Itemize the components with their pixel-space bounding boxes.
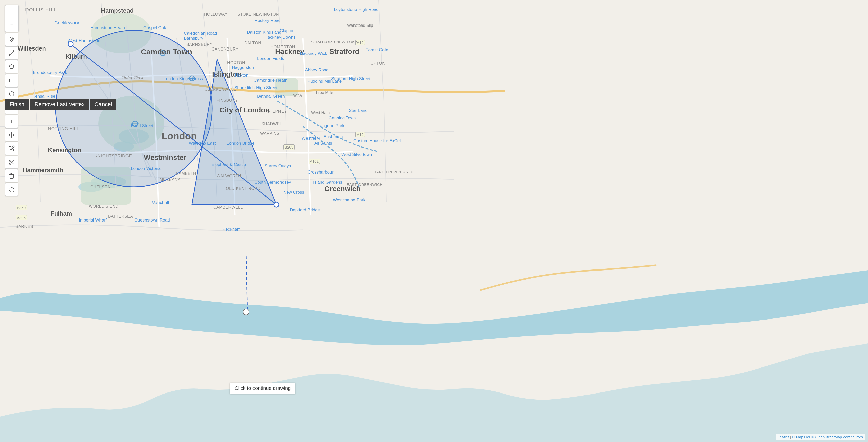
map-label-star-lane: Star Lane: [349, 108, 368, 113]
map-label-city-of-london: City of London: [220, 106, 270, 114]
map-label-fulham: Fulham: [51, 210, 72, 217]
map-label-custom-house: Custom House for ExCeL: [353, 139, 402, 144]
leaflet-link[interactable]: Leaflet: [778, 435, 789, 439]
map-label-notting-hill: NOTTING HILL: [48, 126, 79, 131]
remove-last-vertex-button[interactable]: Remove Last Vertex: [30, 98, 89, 110]
map-label-imperial-wharf: Imperial Wharf: [79, 218, 107, 223]
map-label-worlds-end: WORLD'S END: [89, 204, 118, 209]
map-label-a102: A102: [309, 158, 320, 164]
map-label-island-gardens: Island Gardens: [313, 180, 342, 185]
svg-text:T: T: [10, 119, 12, 124]
leaflet-attribution: Leaflet | © MapTiler © OpenStreetMap con…: [778, 435, 863, 439]
rotate-tool-button[interactable]: [5, 183, 18, 196]
svg-line-41: [10, 161, 11, 162]
map-label-westcombe-park: Westcombe Park: [333, 198, 365, 203]
map-label-wanstead: Wanstead Slip: [347, 23, 373, 28]
map-label-cricklewood: Cricklewood: [54, 20, 80, 26]
map-label-camden-town: Camden Town: [141, 48, 192, 56]
map-label-london: London: [162, 131, 197, 142]
map-label-east-greenwich: EAST GREENWICH: [347, 182, 383, 187]
svg-line-40: [12, 163, 13, 164]
map-label-all-saints: All Saints: [314, 141, 332, 146]
drawing-actions: Finish Remove Last Vertex Cancel: [5, 98, 116, 110]
map-label-knightsbridge: KNIGHTSBRIDGE: [95, 153, 132, 158]
map-label-surrey-quays: Surrey Quays: [265, 164, 291, 169]
text-tool-button[interactable]: T: [5, 115, 18, 128]
map-label-battersea: BATTERSEA: [108, 214, 133, 219]
svg-point-21: [243, 309, 249, 315]
map-label-west-silvertown: West Silvertown: [341, 152, 372, 157]
map-label-abbey-road: Abbey Road: [305, 68, 329, 73]
rectangle-tool-button[interactable]: [5, 74, 18, 87]
map-label-east-india: East India: [324, 135, 343, 140]
map-label-crossharbour: Crossharbour: [308, 170, 334, 175]
svg-rect-27: [9, 79, 14, 82]
map-label-shoreditch: Shoreditch High Street: [234, 85, 277, 90]
osm-link[interactable]: © OpenStreetMap contributors: [811, 435, 863, 439]
map-label-haggerston: Haggerston: [232, 65, 254, 70]
map-label-hackney-wick: Hackney Wick: [300, 51, 327, 56]
map-background: [0, 0, 868, 442]
svg-point-37: [9, 160, 11, 161]
delete-tool-button[interactable]: [5, 169, 18, 182]
map-label-stepney: STEPNEY: [267, 109, 287, 114]
edit-tool-button[interactable]: [5, 142, 18, 155]
map-label-hackney-downs: Hackney Downs: [265, 35, 296, 40]
map-label-b350: B350: [16, 205, 27, 210]
map-label-lambeth: LAMBETH: [176, 171, 196, 176]
map-label-pudding-mill: Pudding Mill Lane: [308, 79, 342, 84]
map-label-kensal-rise: Kensal Rise: [32, 94, 55, 99]
polygon-tool-button[interactable]: [5, 60, 18, 73]
map-label-barnsbury: BARNSBURY: [186, 42, 213, 47]
map-label-clerkenwell: CLERKENWELL: [205, 87, 236, 92]
map-label-bethnal-green: Bethnal Green: [257, 94, 285, 99]
map-label-finsbury: FINSBURY: [217, 98, 238, 102]
svg-point-24: [9, 55, 10, 56]
map-label-hampstead: Hampstead: [101, 7, 133, 14]
zoom-in-button[interactable]: +: [5, 5, 19, 19]
map-label-south-bermondsey: South Bermondsey: [254, 180, 291, 185]
map-label-gospel-oak: Gospel Oak: [144, 25, 166, 30]
cancel-button[interactable]: Cancel: [90, 98, 116, 110]
map-label-west-hampstead: West Hampstead: [68, 38, 100, 43]
map-label-elephant-castle: Elephant & Castle: [212, 162, 246, 167]
map-label-waterloo-east: Waterloo East: [189, 141, 216, 146]
map-label-chelsea: CHELSEA: [90, 185, 110, 189]
map-label-stratford-new-town: STRATFORD NEW TOWN: [311, 40, 359, 44]
osm-attribution: © OpenStreetMap contributors: [811, 435, 863, 439]
map-label-forest-gate: Forest Gate: [366, 48, 388, 53]
map-label-willesden: Willesden: [18, 45, 46, 52]
map-label-walworth: WALWORTH: [217, 174, 241, 178]
map-label-hammersmith: Hammersmith: [23, 167, 63, 174]
svg-point-25: [13, 51, 14, 52]
map-label-bow: BOW: [292, 94, 303, 98]
map-label-vauxhall: Vauxhall: [152, 200, 169, 205]
map-label-old-kent-road: OLD KENT ROAD: [226, 186, 260, 191]
map-label-london-fields: London Fields: [257, 56, 284, 61]
map-label-rectory-road: Rectory Road: [254, 18, 281, 23]
svg-point-38: [9, 163, 11, 165]
location-tool-button[interactable]: [5, 33, 18, 46]
svg-line-23: [9, 51, 13, 55]
line-tool-button[interactable]: [5, 47, 18, 60]
map-label-brondesbury: Brondesbury Park: [33, 70, 67, 75]
map-label-london-victoria: London Victoria: [131, 166, 161, 171]
map-label-london-bridge: London Bridge: [227, 141, 255, 146]
map-label-westferry: Westferry: [302, 136, 320, 141]
svg-marker-26: [9, 64, 14, 69]
map-label-peckham: Peckham: [223, 227, 241, 232]
map-label-kings-cross: London King's Cross: [164, 76, 203, 81]
maptiler-link[interactable]: © MapTiler: [792, 435, 810, 439]
map-label-langdon-park: Langdon Park: [318, 123, 344, 128]
click-to-continue-tooltip: Click to continue drawing: [230, 383, 296, 394]
zoom-controls: + −: [5, 5, 19, 32]
move-tool-button[interactable]: [5, 128, 18, 142]
cut-tool-button[interactable]: [5, 155, 18, 169]
map-label-b205: B205: [283, 145, 294, 150]
map-label-shadwell: SHADWELL: [261, 122, 284, 126]
zoom-out-button[interactable]: −: [5, 19, 19, 32]
map-label-three-mills: Three Mills: [314, 90, 333, 95]
svg-point-28: [9, 92, 14, 96]
finish-button[interactable]: Finish: [5, 98, 29, 110]
map-label-cambridge-heath: Cambridge Heath: [254, 78, 287, 83]
